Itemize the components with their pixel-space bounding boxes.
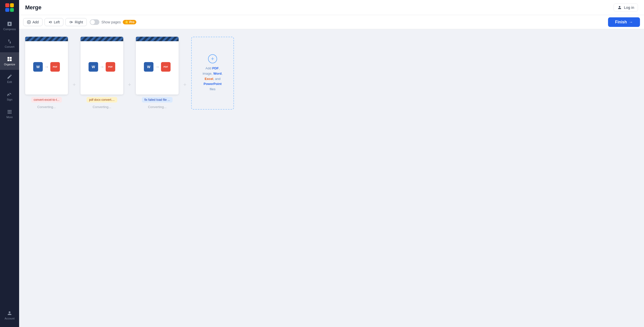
show-pages-label: Show pages xyxy=(101,20,121,24)
word-icon-2: W xyxy=(144,62,153,72)
finish-button[interactable]: Finish → xyxy=(608,17,640,27)
word-highlight: Word xyxy=(213,72,222,75)
left-icon xyxy=(48,20,52,24)
convert-icon xyxy=(7,39,12,44)
file-status-2: Converting... xyxy=(148,105,167,109)
drop-zone-text: Add PDF, image, Word, Excel, and PowerPo… xyxy=(199,66,225,92)
header: Merge Log in xyxy=(19,0,644,15)
plus-0: + xyxy=(68,81,80,88)
add-icon xyxy=(27,20,31,24)
left-button[interactable]: Left xyxy=(45,18,63,26)
sidebar-item-convert[interactable]: Convert xyxy=(0,35,19,52)
stripe-1 xyxy=(80,37,123,41)
file-item-0: W → PDF convert-excel-to-t... Converting… xyxy=(25,37,80,109)
sign-icon xyxy=(7,91,12,97)
powerpoint-highlight: PowerPoint xyxy=(204,82,222,86)
file-status-1: Converting... xyxy=(93,105,111,109)
compress-icon xyxy=(7,21,12,27)
arrow-icon-2: → xyxy=(155,64,159,70)
more-icon xyxy=(7,109,12,115)
files-row: W → PDF convert-excel-to-t... Converting… xyxy=(25,37,234,110)
content: W → PDF convert-excel-to-t... Converting… xyxy=(19,29,644,327)
file-name-2: fix failed load file ... xyxy=(142,97,173,103)
organize-icon xyxy=(7,56,12,62)
sidebar-bottom: Account xyxy=(0,306,19,327)
account-label: Account xyxy=(5,317,15,320)
login-label: Log in xyxy=(624,5,634,10)
toolbar: Add Left Right Show pages ⭐ Pro xyxy=(19,15,644,29)
word-icon-1: W xyxy=(89,62,98,72)
file-preview-2[interactable]: W → PDF xyxy=(136,37,179,95)
icon-area-2: W → PDF xyxy=(144,62,171,72)
edit-label: Edit xyxy=(7,80,12,83)
drop-zone[interactable]: + Add PDF, image, Word, Excel, and Power… xyxy=(191,37,234,110)
sidebar-item-more[interactable]: More xyxy=(0,105,19,123)
sidebar-nav: Compress Convert Organize Edit Sign xyxy=(0,15,19,306)
icon-area-1: W → PDF xyxy=(89,62,115,72)
sidebar: Compress Convert Organize Edit Sign xyxy=(0,0,19,327)
plus-1: + xyxy=(123,81,136,88)
sidebar-item-compress[interactable]: Compress xyxy=(0,17,19,35)
word-icon-0: W xyxy=(33,62,43,72)
logo-red xyxy=(5,3,9,7)
finish-label: Finish xyxy=(615,20,627,24)
add-label: Add xyxy=(32,20,39,24)
file-preview-0[interactable]: W → PDF xyxy=(25,37,68,95)
file-preview-1[interactable]: W → PDF xyxy=(80,37,123,95)
pdf-icon-2: PDF xyxy=(161,62,171,72)
edit-icon xyxy=(7,74,12,79)
logo-green xyxy=(10,8,14,12)
icon-area-0: W → PDF xyxy=(33,62,60,72)
logo-yellow xyxy=(10,3,14,7)
main: Merge Log in Add Left xyxy=(19,0,644,327)
file-item-1: W → PDF pdf docx convert.... Converting.… xyxy=(80,37,136,109)
pro-badge: ⭐ Pro xyxy=(123,20,136,24)
stripe-0 xyxy=(25,37,68,41)
show-pages-toggle[interactable] xyxy=(90,19,99,25)
account-icon xyxy=(7,310,12,316)
pdf-icon-1: PDF xyxy=(106,62,115,72)
right-button[interactable]: Right xyxy=(65,18,87,26)
pro-label: Pro xyxy=(129,20,134,24)
right-label: Right xyxy=(75,20,83,24)
logo-blue xyxy=(5,8,9,12)
svg-point-1 xyxy=(50,21,52,23)
sidebar-item-account[interactable]: Account xyxy=(0,306,19,324)
sign-label: Sign xyxy=(7,98,12,101)
user-icon xyxy=(617,5,622,10)
arrow-icon-1: → xyxy=(100,64,104,70)
file-card-0: W → PDF convert-excel-to-t... Converting… xyxy=(25,37,68,109)
pdf-highlight: PDF xyxy=(212,66,219,70)
file-name-0: convert-excel-to-t... xyxy=(31,97,62,103)
file-status-0: Converting... xyxy=(37,105,56,109)
left-label: Left xyxy=(54,20,60,24)
more-label: More xyxy=(6,116,13,119)
sidebar-item-sign[interactable]: Sign xyxy=(0,87,19,105)
right-icon xyxy=(69,20,73,24)
arrow-icon-0: → xyxy=(44,64,49,70)
organize-label: Organize xyxy=(4,63,15,66)
add-button[interactable]: Add xyxy=(23,18,43,26)
file-card-1: W → PDF pdf docx convert.... Converting.… xyxy=(80,37,123,109)
sidebar-item-organize[interactable]: Organize xyxy=(0,52,19,70)
page-title: Merge xyxy=(25,4,42,11)
stripe-2 xyxy=(136,37,179,41)
compress-label: Compress xyxy=(3,28,16,31)
pdf-icon-0: PDF xyxy=(50,62,60,72)
svg-point-2 xyxy=(70,21,72,23)
sidebar-item-edit[interactable]: Edit xyxy=(0,70,19,87)
drop-zone-icon: + xyxy=(208,54,217,63)
show-pages-area: Show pages ⭐ Pro xyxy=(90,19,136,25)
convert-label: Convert xyxy=(5,45,15,48)
plus-2: + xyxy=(179,81,191,88)
file-name-1: pdf docx convert.... xyxy=(87,97,117,103)
app-logo[interactable] xyxy=(0,0,19,15)
file-item-2: W → PDF fix failed load file ... Convert… xyxy=(136,37,191,109)
file-card-2: W → PDF fix failed load file ... Convert… xyxy=(136,37,179,109)
excel-highlight: Excel xyxy=(205,77,213,81)
login-button[interactable]: Log in xyxy=(614,4,638,12)
toggle-knob xyxy=(90,20,95,24)
